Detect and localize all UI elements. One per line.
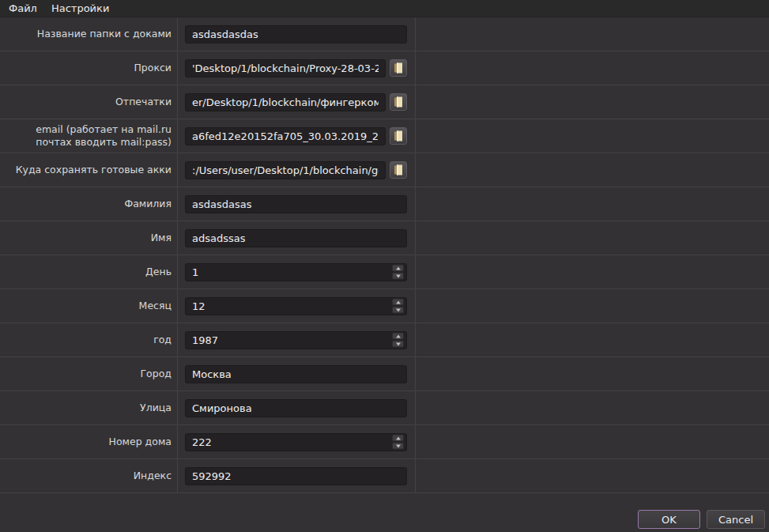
browse-button[interactable] bbox=[390, 93, 407, 111]
form-row: Фамилия bbox=[0, 187, 769, 221]
spin-buttons bbox=[392, 333, 404, 348]
row-spacer bbox=[416, 255, 769, 289]
field-input-cell bbox=[178, 289, 416, 323]
field-label: Название папки с доками bbox=[0, 17, 178, 51]
form-row: Город bbox=[0, 357, 769, 391]
field-label: Имя bbox=[0, 221, 178, 255]
field-input-cell bbox=[178, 17, 416, 51]
field-input-cell bbox=[178, 425, 416, 458]
row-spacer bbox=[416, 323, 769, 357]
field-label: Прокси bbox=[0, 51, 178, 85]
spin-up-button[interactable] bbox=[392, 435, 404, 442]
field-label: Куда сохранять готовые акки bbox=[0, 153, 178, 187]
menu-item-settings[interactable]: Настройки bbox=[44, 0, 116, 17]
menu-item-file[interactable]: Файл bbox=[2, 0, 44, 17]
spinbox-input[interactable] bbox=[185, 263, 407, 281]
file-field bbox=[185, 127, 407, 145]
text-input[interactable] bbox=[185, 195, 407, 213]
spin-up-icon bbox=[396, 436, 401, 440]
file-field bbox=[185, 93, 407, 111]
row-spacer bbox=[416, 17, 769, 51]
form-row: Куда сохранять готовые акки bbox=[0, 153, 769, 187]
text-input[interactable] bbox=[185, 365, 407, 383]
row-spacer bbox=[416, 391, 769, 424]
row-spacer bbox=[416, 187, 769, 221]
field-label: Фамилия bbox=[0, 187, 178, 221]
field-label: Улица bbox=[0, 391, 178, 424]
cancel-button[interactable]: Cancel bbox=[707, 510, 765, 529]
file-field bbox=[185, 59, 407, 77]
open-file-icon bbox=[394, 130, 403, 141]
field-input-cell bbox=[178, 323, 416, 357]
field-label: Месяц bbox=[0, 289, 178, 323]
open-file-icon bbox=[394, 62, 403, 74]
open-file-icon bbox=[394, 164, 403, 175]
spin-down-button[interactable] bbox=[392, 341, 404, 348]
spin-down-icon bbox=[396, 444, 401, 447]
spin-up-button[interactable] bbox=[392, 299, 404, 306]
field-label: Номер дома bbox=[0, 425, 178, 458]
spinbox-input[interactable] bbox=[185, 433, 407, 451]
row-spacer bbox=[416, 459, 769, 492]
browse-button[interactable] bbox=[390, 161, 407, 179]
field-input-cell bbox=[178, 51, 416, 85]
file-path-input[interactable] bbox=[185, 93, 386, 111]
text-input[interactable] bbox=[185, 467, 407, 485]
field-label: email (работает на mail.ru почтах вводит… bbox=[0, 119, 178, 153]
file-path-input[interactable] bbox=[185, 127, 386, 145]
field-input-cell bbox=[178, 153, 416, 187]
text-input[interactable] bbox=[185, 25, 407, 43]
field-input-cell bbox=[178, 187, 416, 221]
row-spacer bbox=[416, 51, 769, 85]
form-row: День bbox=[0, 255, 769, 289]
text-input[interactable] bbox=[185, 229, 407, 247]
spin-down-icon bbox=[396, 274, 401, 277]
field-label: День bbox=[0, 255, 178, 289]
spin-down-icon bbox=[396, 308, 401, 311]
file-path-input[interactable] bbox=[185, 59, 386, 77]
spinbox-field bbox=[185, 263, 407, 281]
row-spacer bbox=[416, 153, 769, 187]
spinbox-field bbox=[185, 331, 407, 349]
row-spacer bbox=[416, 119, 769, 153]
row-spacer bbox=[416, 221, 769, 255]
browse-button[interactable] bbox=[390, 127, 407, 145]
spin-down-button[interactable] bbox=[392, 273, 404, 280]
field-label: Город bbox=[0, 357, 178, 391]
row-spacer bbox=[416, 289, 769, 323]
file-path-input[interactable] bbox=[185, 161, 386, 179]
form-row: Имя bbox=[0, 221, 769, 255]
text-input[interactable] bbox=[185, 399, 407, 417]
spin-up-icon bbox=[396, 266, 401, 270]
form-row: Отпечатки bbox=[0, 85, 769, 119]
form-row: год bbox=[0, 323, 769, 357]
spin-down-button[interactable] bbox=[392, 443, 404, 450]
spin-down-button[interactable] bbox=[392, 307, 404, 314]
open-file-icon bbox=[394, 96, 403, 108]
ok-button[interactable]: OK bbox=[638, 510, 700, 529]
form-row: Название папки с доками bbox=[0, 17, 769, 51]
form-row: Номер дома bbox=[0, 425, 769, 459]
form-row: email (работает на mail.ru почтах вводит… bbox=[0, 119, 769, 153]
field-label: Индекс bbox=[0, 459, 178, 492]
spinbox-input[interactable] bbox=[185, 297, 407, 315]
browse-button[interactable] bbox=[390, 59, 407, 77]
file-field bbox=[185, 161, 407, 179]
footer: OK Cancel bbox=[0, 493, 769, 532]
row-spacer bbox=[416, 85, 769, 119]
form-row: Прокси bbox=[0, 51, 769, 85]
field-input-cell bbox=[178, 221, 416, 255]
form: Название папки с доками Прокси Отпечатки… bbox=[0, 17, 769, 493]
field-input-cell bbox=[178, 119, 416, 153]
spinbox-input[interactable] bbox=[185, 331, 407, 349]
field-label: год bbox=[0, 323, 178, 357]
spin-buttons bbox=[392, 265, 404, 280]
field-input-cell bbox=[178, 255, 416, 289]
spin-up-icon bbox=[396, 300, 401, 304]
spin-up-button[interactable] bbox=[392, 265, 404, 272]
form-row: Месяц bbox=[0, 289, 769, 323]
form-row: Улица bbox=[0, 391, 769, 425]
spin-up-button[interactable] bbox=[392, 333, 404, 340]
spin-down-icon bbox=[396, 342, 401, 345]
spin-up-icon bbox=[396, 334, 401, 338]
